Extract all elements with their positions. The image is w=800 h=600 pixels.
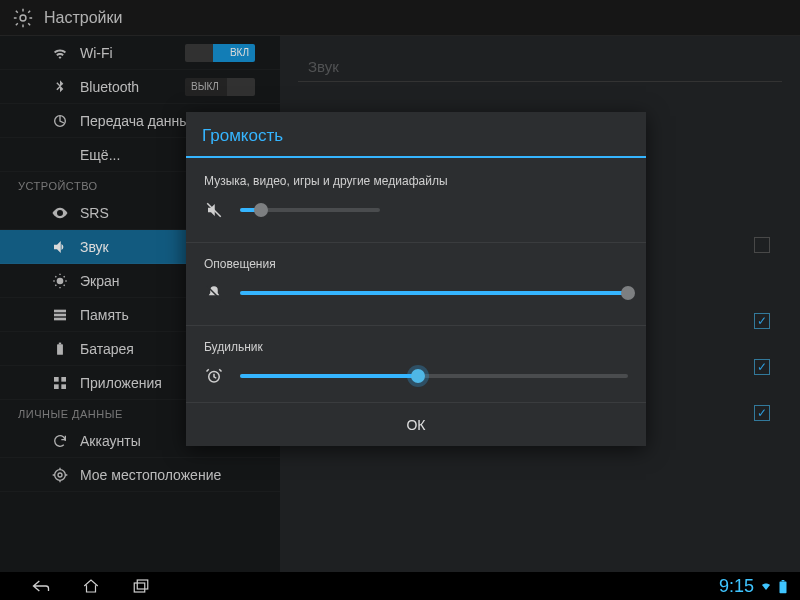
slider-thumb[interactable] (254, 203, 268, 217)
notification-mute-icon (204, 283, 224, 303)
status-clock-area: 9:15 (719, 576, 800, 597)
system-navbar: 9:15 (0, 572, 800, 600)
battery-status-icon (778, 580, 790, 592)
svg-rect-18 (137, 580, 148, 589)
svg-rect-20 (782, 580, 785, 581)
back-button[interactable] (30, 577, 52, 595)
alarm-icon (204, 366, 224, 386)
home-button[interactable] (80, 577, 102, 595)
volume-label: Будильник (204, 340, 628, 354)
volume-label: Оповещения (204, 257, 628, 271)
divider (186, 242, 646, 243)
svg-rect-19 (780, 581, 787, 593)
recent-apps-button[interactable] (130, 577, 152, 595)
dialog-ok-button[interactable]: ОК (186, 402, 646, 446)
dialog-title: Громкость (186, 112, 646, 156)
divider (186, 325, 646, 326)
slider-thumb[interactable] (621, 286, 635, 300)
dialog-title-divider (186, 156, 646, 158)
clock-text: 9:15 (719, 576, 754, 597)
svg-rect-17 (134, 583, 145, 592)
notification-volume-slider[interactable] (240, 291, 628, 295)
volume-group-media: Музыка, видео, игры и другие медиафайлы (186, 166, 646, 236)
wifi-status-icon (760, 580, 772, 592)
alarm-volume-slider[interactable] (240, 374, 628, 378)
media-volume-slider[interactable] (240, 208, 380, 212)
volume-label: Музыка, видео, игры и другие медиафайлы (204, 174, 628, 188)
volume-group-notification: Оповещения (186, 249, 646, 319)
volume-dialog: Громкость Музыка, видео, игры и другие м… (186, 112, 646, 446)
media-mute-icon (204, 200, 224, 220)
volume-group-alarm: Будильник (186, 332, 646, 402)
slider-thumb[interactable] (411, 369, 425, 383)
